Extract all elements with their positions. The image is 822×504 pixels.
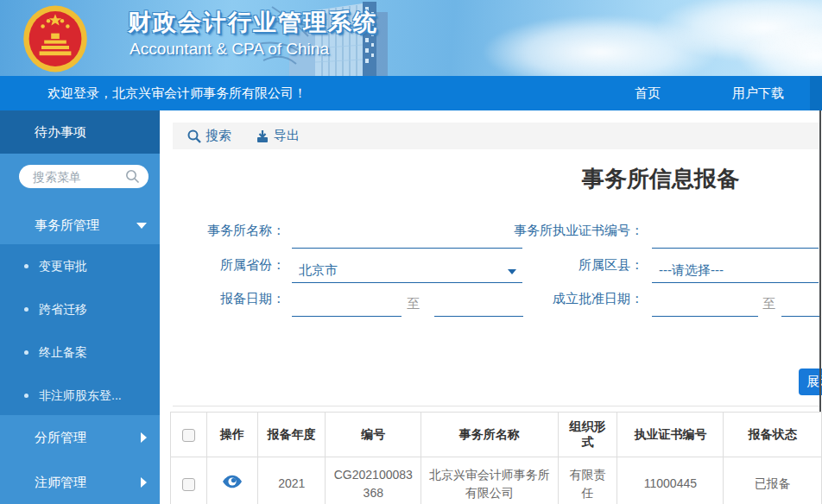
col-header-report-status: 报备状态	[724, 413, 822, 457]
sidebar-item-todo[interactable]: 待办事项	[0, 110, 160, 154]
firm-name-label: 事务所名称：	[160, 223, 285, 239]
license-number-input[interactable]	[652, 224, 819, 249]
report-date-from-input[interactable]	[292, 293, 402, 317]
col-header-report-year: 报备年度	[258, 413, 326, 457]
bullet-icon	[24, 264, 28, 268]
select-all-checkbox[interactable]	[182, 429, 195, 442]
row-code: CG202100083368	[326, 457, 421, 504]
district-select[interactable]	[652, 259, 819, 283]
search-icon	[187, 129, 201, 143]
establish-date-label: 成立批准日期：	[484, 291, 643, 307]
row-report-status: 已报备	[724, 457, 822, 504]
sidebar-subitem-termination-filing[interactable]: 终止备案	[0, 331, 160, 374]
search-button[interactable]: 搜索	[187, 128, 231, 144]
table-row: 2021 CG202100083368 北京兴审会计师事务所有限公司 有限责任 …	[171, 457, 822, 504]
sidebar-subitem-label: 终止备案	[39, 345, 87, 359]
page-title: 事务所信息报备	[518, 164, 803, 194]
sidebar-item-label: 注师管理	[35, 475, 86, 489]
welcome-bar: 欢迎登录，北京兴审会计师事务所有限公司！ 首页 用户下载	[0, 76, 822, 110]
sidebar-item-firm-management[interactable]: 事务所管理	[0, 204, 160, 247]
district-label: 所属区县：	[484, 257, 643, 274]
report-date-to-text: 至	[407, 296, 420, 312]
sidebar-item-branch-management[interactable]: 分所管理	[0, 416, 160, 459]
export-icon	[256, 129, 269, 143]
col-header-license-number: 执业证书编号	[617, 413, 724, 457]
export-button-label: 导出	[274, 128, 300, 144]
sidebar-subitem-change-approval[interactable]: 变更审批	[0, 244, 160, 287]
sidebar: 待办事项 事务所管理 变更审批 跨省迁移 终止备案	[0, 110, 160, 504]
col-header-org-form: 组织形式	[558, 413, 617, 457]
firm-report-table: 操作 报备年度 编号 事务所名称 组织形式 执业证书编号 报备状态	[170, 412, 822, 504]
row-org-form: 有限责任	[558, 457, 617, 504]
row-report-year: 2021	[258, 457, 326, 504]
report-date-label: 报备日期：	[160, 291, 285, 307]
chevron-right-icon	[141, 432, 147, 443]
system-title: 财政会计行业管理系统	[128, 7, 378, 38]
sidebar-item-cpa-management[interactable]: 注师管理	[0, 461, 160, 504]
section-divider	[173, 406, 820, 406]
sidebar-subitem-non-cpa-shareholder[interactable]: 非注师股东登...	[0, 374, 160, 417]
row-operation-cell	[206, 457, 257, 504]
sidebar-subitem-label: 非注师股东登...	[39, 388, 122, 402]
sidebar-menu-search[interactable]	[19, 165, 149, 188]
col-header-code: 编号	[326, 413, 421, 457]
app-window: 财政会计行业管理系统 Accountant & CPA of China 欢迎登…	[0, 0, 822, 504]
col-header-firm-name: 事务所名称	[421, 413, 558, 457]
search-icon	[125, 169, 140, 184]
select-all-cell	[171, 413, 207, 457]
sidebar-subitem-label: 变更审批	[39, 259, 87, 273]
show-button[interactable]: 展示	[799, 369, 822, 395]
chevron-down-icon	[136, 223, 147, 229]
sidebar-menu-search-input[interactable]	[33, 170, 125, 184]
row-license-number: 11000445	[617, 457, 724, 504]
establish-date-to-text: 至	[762, 296, 775, 312]
eye-icon	[223, 475, 242, 488]
nav-home-link[interactable]: 首页	[635, 76, 661, 110]
sidebar-item-label: 分所管理	[35, 430, 86, 444]
establish-date-from-input[interactable]	[652, 293, 758, 317]
content-toolbar: 搜索 导出	[173, 123, 820, 149]
sidebar-submenu-firm-management: 变更审批 跨省迁移 终止备案 非注师股东登...	[0, 244, 160, 415]
sidebar-subitem-label: 跨省迁移	[39, 302, 87, 316]
nav-user-download-link[interactable]: 用户下载	[732, 76, 784, 110]
establish-date-to-input[interactable]	[781, 293, 820, 317]
bullet-icon	[24, 394, 28, 398]
system-subtitle: Accountant & CPA of China	[130, 40, 329, 59]
sidebar-item-label: 事务所管理	[35, 217, 99, 232]
view-button[interactable]	[223, 475, 242, 488]
table-header-row: 操作 报备年度 编号 事务所名称 组织形式 执业证书编号 报备状态	[171, 413, 822, 457]
row-checkbox[interactable]	[182, 478, 195, 491]
welcome-message: 欢迎登录，北京兴审会计师事务所有限公司！	[47, 76, 307, 110]
chevron-right-icon	[141, 477, 147, 488]
bullet-icon	[24, 307, 28, 312]
page-header-banner: 财政会计行业管理系统 Accountant & CPA of China	[0, 0, 822, 76]
license-number-label: 事务所执业证书编号：	[484, 223, 643, 239]
export-button[interactable]: 导出	[256, 128, 300, 144]
row-firm-name: 北京兴审会计师事务所有限公司	[421, 457, 558, 504]
province-label: 所属省份：	[160, 257, 285, 274]
national-emblem-icon	[16, 4, 95, 73]
col-header-operation: 操作	[206, 413, 257, 457]
bullet-icon	[24, 350, 28, 355]
search-button-label: 搜索	[206, 128, 231, 144]
sidebar-subitem-cross-province-move[interactable]: 跨省迁移	[0, 287, 160, 331]
welcome-bar-edge-shade	[810, 76, 822, 110]
row-select-cell	[171, 457, 207, 504]
